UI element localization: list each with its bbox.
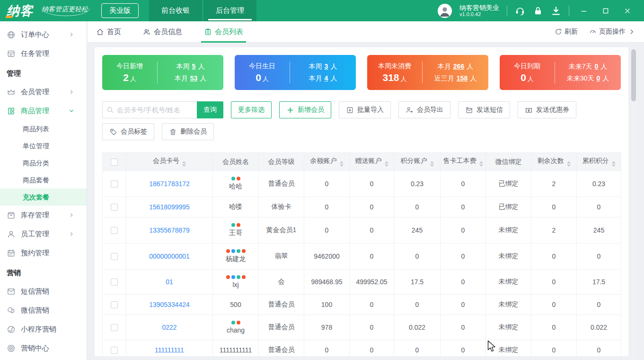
sort-control[interactable] (385, 161, 388, 167)
sidebar-subitem[interactable]: 单位管理 (0, 137, 87, 154)
list-icon (204, 28, 212, 36)
sidebar-item[interactable]: 任务管理 (0, 44, 87, 63)
sidebar-item[interactable]: 预约管理 (0, 243, 87, 262)
avatar[interactable] (438, 4, 452, 18)
balance-account: 0 (304, 340, 350, 357)
column-header: 会员等级 (259, 153, 304, 171)
member-level: 普通会员 (259, 315, 304, 340)
delete-member-button[interactable]: 删除会员 (162, 123, 214, 140)
more-filter-button[interactable]: 更多筛选 (231, 101, 272, 118)
sort-control[interactable] (479, 161, 483, 167)
column-header[interactable]: 售卡工本费 (441, 153, 486, 171)
sidebar-item-label: 员工管理 (21, 230, 49, 239)
card-title: 本周未消费 (372, 62, 417, 71)
row-checkbox[interactable] (111, 347, 118, 354)
edition-button[interactable]: 美业版 (101, 3, 139, 18)
customer-service-icon[interactable] (515, 6, 525, 16)
close-button[interactable] (620, 6, 635, 16)
member-export-button[interactable]: 会员导出 (398, 101, 450, 118)
sidebar-item[interactable]: 小程序营销 (0, 320, 87, 339)
balance-account: 989468.95 (304, 270, 350, 295)
member-name: 哈喽 (229, 203, 242, 210)
column-header[interactable]: 累积积分 (577, 153, 621, 171)
row-checkbox[interactable] (111, 204, 118, 211)
sidebar-item[interactable]: 库存管理 (0, 206, 87, 225)
sidebar-subitem[interactable]: 充次套餐 (0, 189, 87, 206)
column-header[interactable]: 积分账户 (394, 153, 441, 171)
wechat-bind-status: 未绑定 (486, 270, 531, 295)
sidebar-item[interactable]: 营销中心 (0, 339, 87, 358)
sort-control[interactable] (612, 161, 616, 167)
batch-import-button[interactable]: 批量导入 (339, 101, 391, 118)
tab-label: 会员信息 (154, 27, 182, 36)
row-checkbox[interactable] (111, 301, 118, 308)
card-stats: 本月266人 近三月158人 (427, 63, 484, 83)
row-checkbox[interactable] (111, 324, 118, 331)
topnav-back-manage[interactable]: 后台管理 (203, 0, 256, 21)
sidebar-item[interactable]: 短信营销 (0, 282, 87, 301)
sidebar: 订单中心任务管理管理会员管理商品管理商品列表单位管理商品分类商品套餐充次套餐库存… (0, 21, 87, 360)
row-checkbox[interactable] (111, 180, 118, 188)
balance-account: 0 (304, 197, 350, 217)
member-card-no[interactable]: 13905334424 (126, 295, 213, 315)
sidebar-subitem[interactable]: 商品分类 (0, 154, 87, 171)
query-button[interactable]: 查询 (197, 101, 223, 118)
tab-home[interactable]: 首页 (96, 21, 121, 43)
member-card-no[interactable]: 01 (126, 270, 213, 295)
search-input[interactable] (117, 106, 193, 114)
top-nav: 前台收银后台管理 (149, 0, 258, 21)
tab-member-list[interactable]: 会员列表 (204, 21, 243, 43)
download-icon[interactable] (551, 6, 561, 16)
total-points: 245 (577, 217, 621, 243)
member-card-no[interactable]: 18671783172 (126, 171, 213, 197)
sort-control[interactable] (182, 161, 186, 167)
sidebar-subitem[interactable]: 商品列表 (0, 120, 87, 137)
vertical-scrollbar[interactable] (631, 47, 636, 360)
column-header: 微信绑定 (486, 153, 531, 171)
scrollbar-thumb[interactable] (631, 49, 636, 101)
tab-member-info[interactable]: 会员信息 (143, 21, 182, 43)
sidebar-item[interactable]: 会员管理 (0, 82, 87, 101)
column-header: 会员姓名 (213, 153, 259, 171)
select-all-checkbox[interactable] (111, 159, 118, 166)
member-card-no[interactable]: 0222 (126, 315, 213, 340)
minimize-button[interactable] (577, 6, 591, 16)
member-tag-button[interactable]: 会员标签 (102, 123, 154, 140)
trash-icon (169, 128, 177, 136)
maximize-button[interactable] (599, 6, 613, 16)
wechat-bind-status: 未绑定 (486, 315, 531, 340)
user-info[interactable]: 纳客营销美业 v1.0.0.42 (459, 4, 499, 18)
page-operations-button[interactable]: 页面操作 (589, 27, 635, 36)
sort-control[interactable] (430, 161, 434, 167)
card-value: 318人 (372, 72, 417, 83)
sidebar-section: 营销 (0, 262, 87, 282)
sidebar-item[interactable]: 商品管理 (0, 101, 87, 120)
row-checkbox[interactable] (111, 279, 118, 286)
send-coupon-button[interactable]: 发送优惠券 (518, 101, 576, 118)
sidebar-subitem[interactable]: 商品套餐 (0, 171, 87, 189)
member-card-no[interactable]: 13355678879 (126, 217, 213, 243)
send-sms-button[interactable]: 发送短信 (458, 101, 510, 118)
row-checkbox[interactable] (111, 253, 118, 260)
column-header[interactable]: 剩余次数 (531, 153, 577, 171)
column-header[interactable]: 会员卡号 (126, 153, 213, 171)
add-member-button[interactable]: 新增会员 (279, 101, 331, 118)
table-row: 0222 chang 普通会员 978 0 0.022 0 未绑定 0 0.02… (103, 315, 621, 340)
member-card-no[interactable]: 15618099995 (126, 197, 213, 217)
lock-icon[interactable] (533, 6, 543, 16)
refresh-button[interactable]: 刷新 (555, 27, 578, 36)
topnav-front-cashier[interactable]: 前台收银 (149, 0, 202, 21)
balance-account: 9462000 (304, 243, 350, 270)
member-card-no[interactable]: 111111111 (126, 340, 213, 357)
row-checkbox[interactable] (111, 227, 118, 234)
row-select-cell (103, 243, 126, 270)
sort-control[interactable] (567, 161, 571, 167)
sidebar-item[interactable]: 订单中心 (0, 25, 87, 44)
tag-icon (109, 128, 117, 136)
sort-control[interactable] (340, 161, 344, 167)
column-header[interactable]: 余额账户 (304, 153, 350, 171)
sidebar-item[interactable]: 微信营销 (0, 301, 87, 320)
member-card-no[interactable]: 00000000001 (126, 243, 213, 270)
column-header[interactable]: 赠送账户 (350, 153, 394, 171)
sidebar-item[interactable]: 员工管理 (0, 225, 87, 243)
